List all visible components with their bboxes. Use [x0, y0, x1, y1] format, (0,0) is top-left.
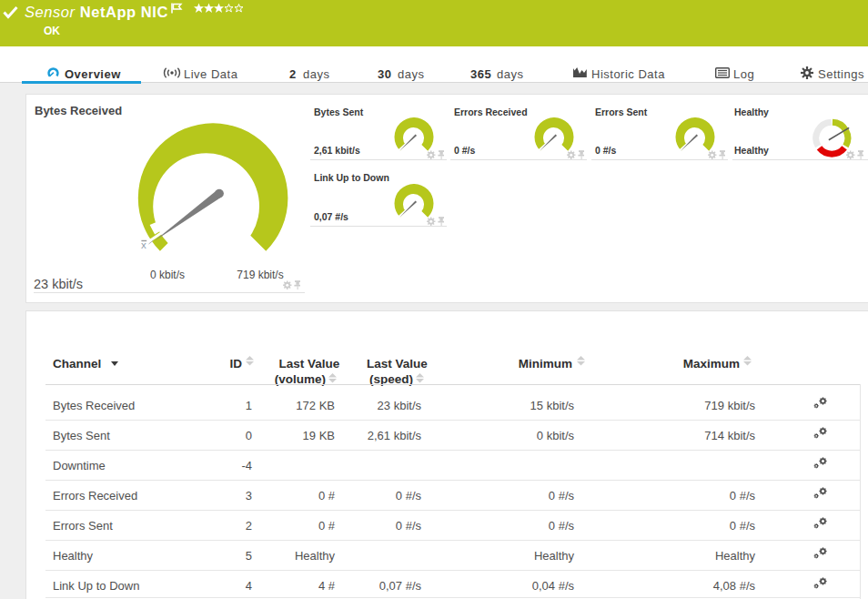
svg-text:x: x — [141, 239, 146, 250]
